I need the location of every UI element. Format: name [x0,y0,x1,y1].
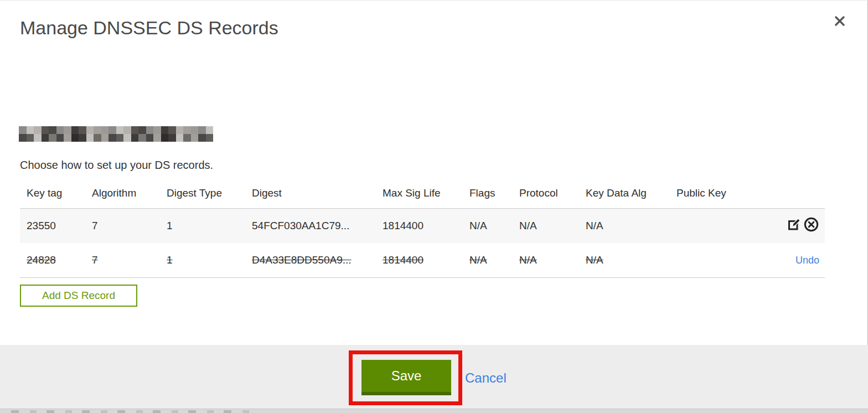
column-header: Key Data Alg [586,187,676,199]
cell-flags: N/A [469,220,519,232]
cell-protocol: N/A [519,220,586,232]
dnssec-dialog: Manage DNSSEC DS Records Choose how to s… [0,0,868,413]
page-title: Manage DNSSEC DS Records [20,17,278,39]
background-page-edge-marks [11,410,255,413]
cell-key-tag: 24828 [20,254,92,266]
ds-records-table: Key tag Algorithm Digest Type Digest Max… [20,183,825,278]
cell-digest-type: 1 [167,254,252,266]
instruction-text: Choose how to set up your DS records. [20,159,213,172]
edit-icon [787,217,802,235]
table-row-deleted: 24828 7 1 D4A33E8DD550A9... 1814400 N/A … [20,243,825,277]
table-header-row: Key tag Algorithm Digest Type Digest Max… [20,183,825,208]
cell-digest-type: 1 [167,220,252,232]
column-header: Max Sig Life [383,187,469,199]
background-page-edge [0,409,868,413]
column-header: Algorithm [92,187,167,199]
cancel-link[interactable]: Cancel [465,370,507,386]
cell-algorithm: 7 [92,220,167,232]
column-header: Digest Type [167,187,252,199]
save-button[interactable]: Save [361,360,451,395]
column-header: Key tag [20,187,92,199]
edit-record-button[interactable] [786,218,802,234]
table-row-active: 23550 7 1 54FCF030AA1C79... 1814400 N/A … [20,209,825,243]
add-ds-record-button[interactable]: Add DS Record [20,285,137,307]
cell-key-data-alg: N/A [586,220,676,232]
close-icon [833,14,846,30]
cell-algorithm: 7 [92,254,167,266]
delete-icon [803,216,819,235]
cell-flags: N/A [469,254,519,266]
cell-max-sig-life: 1814400 [383,254,469,266]
close-button[interactable] [831,14,848,30]
cell-key-data-alg: N/A [586,254,676,266]
annotation-highlight-box: Save [349,350,462,405]
cell-key-tag: 23550 [20,220,92,232]
cell-max-sig-life: 1814400 [383,220,469,232]
cell-digest: D4A33E8DD550A9... [252,254,383,266]
column-header: Flags [469,187,519,199]
undo-link[interactable]: Undo [795,255,819,266]
cell-digest: 54FCF030AA1C79... [252,220,383,232]
delete-record-button[interactable] [803,218,819,234]
dialog-footer: Save Cancel [0,345,868,409]
cell-protocol: N/A [519,254,586,266]
column-header: Public Key [676,187,781,199]
column-header: Protocol [519,187,586,199]
column-header: Digest [252,187,383,199]
redacted-domain-name [19,126,213,142]
